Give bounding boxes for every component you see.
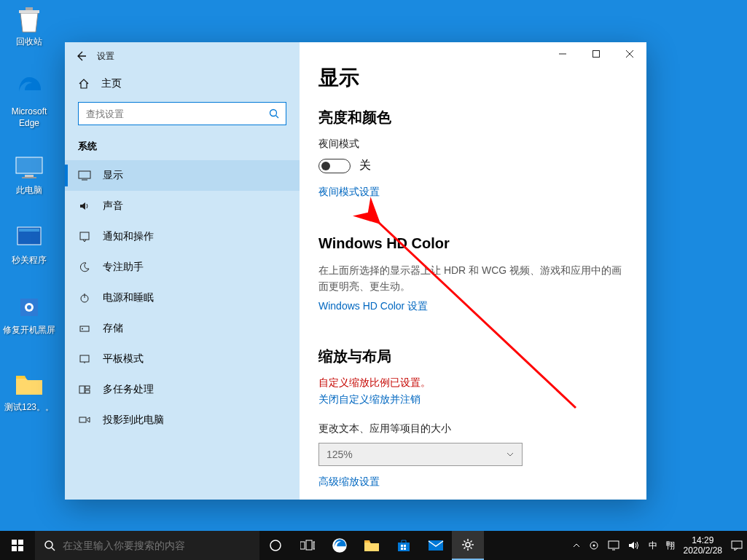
settings-sidebar: 设置 主页 系统 显示 声音 通知和操作 专注助手 电源和睡眠 存储 平板模式 … xyxy=(65,42,300,500)
windows-icon xyxy=(12,540,23,551)
svg-rect-37 xyxy=(313,542,315,549)
section-scale-title: 缩放与布局 xyxy=(318,347,627,366)
project-icon xyxy=(78,414,91,427)
svg-rect-29 xyxy=(18,540,23,545)
tray-volume[interactable] xyxy=(624,531,644,560)
svg-rect-22 xyxy=(79,417,86,422)
recycle-bin-icon xyxy=(15,4,44,33)
tray-ime-lang[interactable]: 中 xyxy=(644,531,662,560)
sidebar-item-notifications[interactable]: 通知和操作 xyxy=(65,221,300,252)
svg-line-9 xyxy=(276,116,279,119)
svg-rect-10 xyxy=(79,171,90,178)
scale-dropdown[interactable]: 125% xyxy=(318,443,523,466)
power-icon xyxy=(78,291,91,304)
tray-clock[interactable]: 14:29 2020/2/28 xyxy=(679,531,727,560)
svg-rect-20 xyxy=(85,386,90,389)
scale-warning: 自定义缩放比例已设置。 xyxy=(318,376,627,390)
sidebar-item-focus[interactable]: 专注助手 xyxy=(65,252,300,283)
svg-rect-40 xyxy=(429,540,443,551)
moon-icon xyxy=(78,261,91,274)
search-icon xyxy=(44,540,55,551)
folder-icon xyxy=(15,370,44,399)
settings-window: 设置 主页 系统 显示 声音 通知和操作 专注助手 电源和睡眠 存储 平板模式 … xyxy=(65,42,646,500)
svg-point-16 xyxy=(82,328,83,330)
system-tray: 中 翈 14:29 2020/2/28 xyxy=(568,531,747,560)
svg-rect-28 xyxy=(12,540,17,545)
task-view-button[interactable] xyxy=(292,531,324,560)
tray-location[interactable] xyxy=(584,531,603,560)
hd-settings-link[interactable]: Windows HD Color 设置 xyxy=(318,300,428,313)
advanced-scale-link[interactable]: 高级缩放设置 xyxy=(318,476,380,489)
notification-icon xyxy=(78,230,91,243)
toggle-state: 关 xyxy=(359,158,371,173)
desktop-icon-fix-boot[interactable]: 修复开机黑屏 xyxy=(1,293,57,336)
tray-ime-mode[interactable]: 翈 xyxy=(662,531,679,560)
home-button[interactable]: 主页 xyxy=(65,70,300,102)
svg-point-34 xyxy=(270,540,281,551)
home-icon xyxy=(78,78,90,90)
taskbar-settings[interactable] xyxy=(452,531,484,560)
tray-chevron[interactable] xyxy=(568,531,584,560)
taskbar-explorer[interactable] xyxy=(356,531,388,560)
sidebar-item-multitask[interactable]: 多任务处理 xyxy=(65,374,300,405)
sidebar-item-project[interactable]: 投影到此电脑 xyxy=(65,405,300,435)
search-icon xyxy=(262,109,286,119)
tray-network[interactable] xyxy=(603,531,624,560)
minimize-button[interactable] xyxy=(546,42,579,66)
taskbar-mail[interactable] xyxy=(420,531,452,560)
section-hd-title: Windows HD Color xyxy=(318,235,627,252)
desktop-icon-folder[interactable]: 测试123。。 xyxy=(1,370,57,414)
svg-rect-21 xyxy=(85,390,90,393)
svg-point-7 xyxy=(27,305,31,309)
desktop-icon-this-pc[interactable]: 此电脑 xyxy=(1,153,57,197)
svg-point-41 xyxy=(466,543,470,547)
cortana-button[interactable] xyxy=(259,531,292,560)
hd-description: 在上面所选择的显示器上让 HDR 和 WCG 视频、游戏和应用中的画面更明亮、更… xyxy=(318,262,627,295)
category-label: 系统 xyxy=(65,125,300,160)
edge-icon xyxy=(15,74,44,103)
app-icon xyxy=(15,223,44,252)
desktop-icon-quick-close[interactable]: 秒关程序 xyxy=(1,223,57,267)
close-button[interactable] xyxy=(613,42,646,66)
taskbar-edge[interactable] xyxy=(324,531,356,560)
back-button[interactable] xyxy=(65,42,97,70)
taskbar-search[interactable] xyxy=(35,531,259,560)
svg-rect-15 xyxy=(80,326,89,331)
tray-action-center[interactable] xyxy=(727,531,747,560)
sidebar-item-sound[interactable]: 声音 xyxy=(65,191,300,221)
sidebar-item-display[interactable]: 显示 xyxy=(65,160,300,191)
gear-icon xyxy=(461,538,474,551)
section-brightness-title: 亮度和颜色 xyxy=(318,108,627,127)
display-icon xyxy=(78,169,91,182)
sidebar-item-tablet[interactable]: 平板模式 xyxy=(65,344,300,374)
svg-rect-30 xyxy=(12,546,17,551)
night-mode-label: 夜间模式 xyxy=(318,138,627,151)
svg-point-32 xyxy=(45,541,52,548)
disable-scale-link[interactable]: 关闭自定义缩放并注销 xyxy=(318,393,421,406)
search-box[interactable] xyxy=(78,102,286,125)
night-mode-toggle[interactable] xyxy=(318,159,351,173)
sidebar-item-power[interactable]: 电源和睡眠 xyxy=(65,283,300,313)
titlebar: 设置 xyxy=(65,42,300,70)
taskbar-store[interactable] xyxy=(388,531,420,560)
search-input[interactable] xyxy=(79,109,262,119)
start-button[interactable] xyxy=(0,531,35,560)
desktop-icon-recycle-bin[interactable]: 回收站 xyxy=(1,4,57,48)
svg-rect-46 xyxy=(732,541,742,548)
svg-point-8 xyxy=(270,110,277,117)
monitor-icon xyxy=(15,153,44,182)
svg-rect-19 xyxy=(79,386,85,393)
svg-line-33 xyxy=(52,548,55,551)
settings-main: 显示 亮度和颜色 夜间模式 关 夜间模式设置 Windows HD Color … xyxy=(300,42,646,500)
svg-rect-36 xyxy=(306,540,312,550)
sidebar-item-storage[interactable]: 存储 xyxy=(65,313,300,344)
svg-rect-1 xyxy=(25,175,34,177)
text-size-label: 更改文本、应用等项目的大小 xyxy=(318,422,627,435)
svg-rect-2 xyxy=(22,177,36,178)
desktop-icon-edge[interactable]: Microsoft Edge xyxy=(1,74,57,129)
repair-icon xyxy=(15,293,44,322)
night-mode-settings-link[interactable]: 夜间模式设置 xyxy=(318,186,380,199)
svg-rect-35 xyxy=(300,542,305,549)
maximize-button[interactable] xyxy=(579,42,613,66)
svg-rect-44 xyxy=(609,541,619,548)
